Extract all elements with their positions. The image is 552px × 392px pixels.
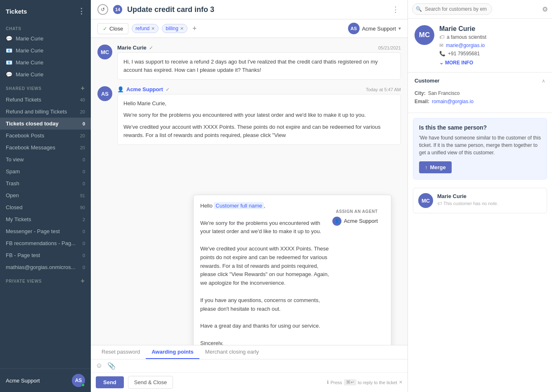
mail-icon: ✉ [439, 43, 443, 48]
verified-icon-1: ✓ [149, 45, 153, 51]
sidebar-header: Tickets ⋮ [0, 0, 91, 22]
shared-views-header: SHARED VIEWS + [0, 80, 91, 94]
search-wrap: 🔍 [412, 3, 539, 15]
agent-chevron-icon[interactable]: ▾ [398, 26, 401, 31]
footer-avatar: AS [72, 374, 85, 387]
info-icon: ℹ [327, 380, 329, 385]
sidebar-item-fb-page[interactable]: FB - Page test 0 [0, 249, 91, 261]
ticket-actions-bar: ✓ Close refund ✕ billing ✕ + AS Acme Sup… [91, 19, 407, 38]
template-assign-agent: 👤 Acme Support [332, 217, 378, 226]
email-icon-2: 📧 [6, 47, 12, 54]
right-panel: 🔍 ⚙ MC Marie Curie 🏷 a famous scientist … [407, 0, 552, 392]
template-assign-panel: ASSIGN AN AGENT 👤 Acme Support [332, 208, 378, 226]
close-ticket-button[interactable]: ✓ Close [97, 23, 128, 34]
phone-icon: 📞 [439, 51, 445, 57]
reply-icons-bar: ☺ 📎 [91, 359, 407, 373]
chevron-down-icon: ⌄ [439, 60, 443, 66]
merge-button[interactable]: ↑ Merge [419, 161, 452, 173]
msg-sender-2: Acme Support [126, 86, 163, 92]
customer-placeholder[interactable]: Customer full name [214, 202, 264, 209]
search-bar: 🔍 ⚙ [408, 0, 552, 19]
sidebar-item-chat-1[interactable]: 💬 Marie Curie [0, 33, 91, 45]
sidebar-item-my-tickets[interactable]: My Tickets 2 [0, 213, 91, 225]
sidebar-title: Tickets [6, 8, 27, 15]
sidebar-item-closed[interactable]: Closed 90 [0, 201, 91, 213]
customer-meta: 🏷 a famous scientist ✉ marie@gorgias.io … [439, 34, 486, 66]
chats-section-label: CHATS [0, 22, 91, 33]
chat-icon-1: 💬 [6, 35, 12, 42]
history-icon[interactable]: ↺ [97, 4, 108, 15]
city-field: City: San Francisco [415, 90, 545, 96]
msg-body-1: Hi, I was support to receive a refund 2 … [117, 52, 401, 80]
close-hint-icon[interactable]: ✕ [399, 380, 403, 385]
sidebar-menu-icon[interactable]: ⋮ [78, 7, 85, 16]
duplicate-name: Marie Curie [437, 193, 498, 199]
emoji-icon[interactable]: ☺ [96, 362, 102, 370]
sidebar-item-chat-3[interactable]: 📧 Marie Curie [0, 57, 91, 68]
template-overlay: Hello Customer full name, We're sorry fo… [193, 195, 391, 345]
remove-refund-tag-icon[interactable]: ✕ [151, 26, 155, 31]
keyboard-shortcut: ⌘↵ [344, 379, 356, 385]
reply-hint: ℹ Press ⌘↵ to reply to the ticket ✕ [327, 379, 403, 385]
customer-email: ✉ marie@gorgias.io [439, 43, 486, 48]
footer-agent-name: Acme Support [6, 378, 68, 384]
sidebar-item-spam[interactable]: Spam 0 [0, 165, 91, 177]
add-private-view-icon[interactable]: + [81, 277, 85, 285]
reply-tabs: Reset password Awarding points Merchant … [91, 345, 407, 359]
customer-section: Customer ∧ City: San Francisco Email: ro… [408, 73, 552, 113]
duplicate-customer-card: MC Marie Curie 🏷 This customer has no no… [413, 188, 547, 213]
sidebar-item-open[interactable]: Open 91 [0, 189, 91, 201]
private-views-header: PRIVATE VIEWS + [0, 273, 91, 286]
agent-avatar: AS [348, 23, 360, 34]
sidebar-item-trash[interactable]: Trash 0 [0, 177, 91, 189]
attachment-icon[interactable]: 📎 [107, 362, 116, 370]
customer-name: Marie Curie [439, 25, 486, 33]
message-2: AS 👤 Acme Support ✓ Today at 5:47 AM Hel… [97, 86, 401, 145]
duplicate-avatar: MC [418, 193, 433, 208]
same-person-title: Is this the same person? [419, 124, 541, 131]
add-shared-view-icon[interactable]: + [81, 85, 85, 92]
ticket-more-options-icon[interactable]: ⋮ [390, 5, 401, 14]
reply-tab-reset-password[interactable]: Reset password [96, 345, 146, 359]
sidebar-item-mathias[interactable]: mathias@gorgias.onmicros... 0 [0, 261, 91, 273]
template-agent-avatar: 👤 [332, 217, 341, 226]
customer-section-body: City: San Francisco Email: romain@gorgia… [408, 89, 552, 113]
customer-avatar: MC [415, 25, 434, 45]
search-icon: 🔍 [416, 6, 422, 12]
sidebar-item-fb-recommendations[interactable]: FB recommendations - Pag... 0 [0, 237, 91, 249]
more-info-link[interactable]: ⌄ MORE INFO [439, 60, 486, 66]
tag-icon: 🏷 [439, 34, 444, 40]
add-tag-icon[interactable]: + [191, 24, 199, 33]
msg-time-2: Today at 5:47 AM [366, 87, 401, 92]
sidebar-item-facebook-posts[interactable]: Facebook Posts 20 [0, 130, 91, 142]
send-close-button[interactable]: Send & Close [128, 376, 173, 389]
customer-info: Marie Curie 🏷 a famous scientist ✉ marie… [439, 25, 486, 66]
message-1: MC Marie Curie ✓ 05/21/2021 Hi, I was su… [97, 45, 401, 80]
sidebar-item-refund-tickets[interactable]: Refund Tickets 40 [0, 94, 91, 106]
search-input[interactable] [412, 3, 492, 15]
sidebar: Tickets ⋮ CHATS 💬 Marie Curie 📧 Marie Cu… [0, 0, 91, 392]
sidebar-item-refund-billing[interactable]: Refund and billing Tickets 20 [0, 106, 91, 118]
sidebar-item-tickets-closed[interactable]: Tickets closed today 0 [0, 118, 91, 130]
msg-avatar-2: AS [97, 86, 112, 101]
ticket-title: Update credit card info 3 [127, 5, 214, 14]
settings-icon[interactable]: ⚙ [542, 5, 548, 13]
reply-tab-awarding-points[interactable]: Awarding points [146, 345, 199, 359]
customer-description: 🏷 a famous scientist [439, 34, 486, 40]
sidebar-item-facebook-messages[interactable]: Facebook Messages 20 [0, 142, 91, 153]
customer-email-link[interactable]: marie@gorgias.io [446, 43, 485, 48]
msg-time-1: 05/21/2021 [378, 45, 401, 50]
sidebar-item-messenger[interactable]: Messenger - Page test 0 [0, 225, 91, 237]
sidebar-item-chat-4[interactable]: 💬 Marie Curie [0, 68, 91, 80]
remove-billing-tag-icon[interactable]: ✕ [180, 26, 184, 31]
customer-section-header[interactable]: Customer ∧ [408, 73, 552, 89]
ticket-count-badge: 14 [113, 5, 122, 14]
msg-meta-1: Marie Curie ✓ 05/21/2021 [117, 45, 401, 51]
send-button[interactable]: Send [96, 376, 124, 388]
duplicate-info: Marie Curie 🏷 This customer has no note. [437, 193, 498, 206]
reply-tab-merchant-closing[interactable]: Merchant closing early [199, 345, 265, 359]
ticket-header: ↺ 14 Update credit card info 3 ⋮ [91, 0, 407, 19]
sidebar-item-chat-2[interactable]: 📧 Marie Curie [0, 45, 91, 57]
sidebar-item-to-view[interactable]: To view 0 [0, 153, 91, 165]
online-indicator [81, 383, 85, 387]
